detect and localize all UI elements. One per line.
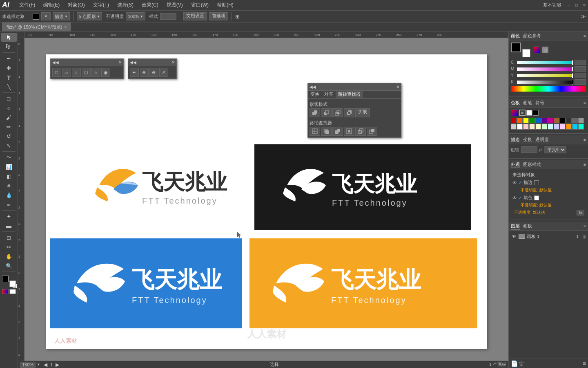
canvas-area[interactable]: 80 90 100 110 120 130 140 150 160 170 18… xyxy=(18,31,508,368)
crop-btn[interactable] xyxy=(344,127,354,136)
transparency-tab[interactable]: 透明度 xyxy=(535,137,549,143)
scale-tool[interactable]: ⤡ xyxy=(1,141,17,150)
rect-tool[interactable]: □ xyxy=(1,94,17,103)
stroke-swatch[interactable] xyxy=(33,13,39,20)
swatch-black[interactable] xyxy=(560,118,566,123)
menu-select[interactable]: 选择(S) xyxy=(116,1,135,9)
hand-tool[interactable]: ✋ xyxy=(1,252,17,261)
swatch-light-gray[interactable] xyxy=(578,118,584,123)
eyedropper-tool[interactable]: 💧 xyxy=(1,191,17,200)
minus-front-btn[interactable] xyxy=(321,108,332,117)
symbols-tab[interactable]: 符号 xyxy=(535,100,544,106)
transform-tab[interactable]: 变换 xyxy=(523,137,532,143)
pf-collapse[interactable]: ◀◀ xyxy=(310,85,316,89)
white-swatch[interactable] xyxy=(526,110,532,116)
appearance-tab[interactable]: 外观 xyxy=(511,162,520,168)
gradient-tool[interactable]: ◧ xyxy=(1,172,17,181)
k-slider-track[interactable] xyxy=(517,81,573,84)
layers-tab[interactable]: 图层 xyxy=(511,223,520,229)
pf-close[interactable]: ✕ xyxy=(396,85,399,89)
text-tool[interactable]: T xyxy=(1,73,17,82)
rotate-tool[interactable]: ↺ xyxy=(1,132,17,141)
graphic-styles-tab[interactable]: 图形样式 xyxy=(523,162,541,168)
ellipse-shape-btn[interactable]: ○ xyxy=(72,68,81,77)
add-point-btn[interactable]: ⊕ xyxy=(140,68,149,77)
swatch-white[interactable] xyxy=(517,124,523,130)
layer-1-name[interactable]: 画板 1 xyxy=(527,233,572,240)
bg-color-swatch[interactable] xyxy=(522,49,530,57)
opacity-value[interactable]: 100% ▼ xyxy=(126,12,145,20)
new-layer-icon[interactable]: 📄 xyxy=(511,360,518,367)
layer-options-icon[interactable]: ≡ xyxy=(583,360,586,367)
black-swatch[interactable] xyxy=(533,110,539,116)
swatch-brown[interactable] xyxy=(554,118,559,123)
blend-tool[interactable]: ∞ xyxy=(1,200,17,209)
swatch-mint[interactable] xyxy=(578,124,584,130)
nav-next-btn[interactable]: ▶ xyxy=(56,362,59,368)
slice-tool[interactable]: ✂ xyxy=(1,242,17,251)
fill-appear-label[interactable]: 填色 xyxy=(523,195,532,201)
brushes-tab[interactable]: 画笔 xyxy=(523,100,532,106)
stroke-tab[interactable]: 描边 xyxy=(511,137,520,143)
swatch-purple[interactable] xyxy=(541,118,547,123)
swatch-pale-pink[interactable] xyxy=(560,124,566,130)
swatch-amber[interactable] xyxy=(566,124,572,130)
selection-tool[interactable] xyxy=(1,33,17,42)
doc-settings-btn[interactable]: 文档设置 xyxy=(183,12,207,20)
nav-prev-btn[interactable]: ◀ xyxy=(44,362,47,368)
pen-panel-collapse[interactable]: ◀◀ xyxy=(130,60,136,65)
color-ref-tab[interactable]: 颜色参考 xyxy=(523,33,541,39)
swatch-dark-gray[interactable] xyxy=(566,118,572,123)
shapes-panel-header[interactable]: ◀◀ ✕ xyxy=(51,59,123,66)
stroke-weight-input[interactable] xyxy=(521,146,537,153)
pen-panel-close[interactable]: ✕ xyxy=(172,60,175,65)
trim-btn[interactable] xyxy=(321,127,332,136)
m-value-input[interactable]: 0 xyxy=(575,66,586,72)
c-value-input[interactable]: 0 xyxy=(575,60,586,65)
swatch-yellow[interactable] xyxy=(523,118,529,123)
swatch-pale-cyan[interactable] xyxy=(548,124,553,130)
menu-help[interactable]: 帮助(H) xyxy=(215,1,235,9)
warp-tool[interactable]: 〜 xyxy=(1,153,17,162)
stroke-appear-swatch[interactable] xyxy=(534,180,539,185)
shapes-panel-close[interactable]: ✕ xyxy=(118,60,122,65)
pf-tab-transform[interactable]: 变换 xyxy=(308,91,322,98)
c-slider-track[interactable] xyxy=(517,61,573,64)
delete-layer-icon[interactable]: 🗑 xyxy=(519,360,524,367)
swatch-pale-yellow[interactable] xyxy=(535,124,541,130)
none-icon[interactable]: ∅ xyxy=(542,47,548,53)
y-slider-track[interactable] xyxy=(517,74,573,77)
menu-object[interactable]: 对象(O) xyxy=(66,1,86,9)
none-btn[interactable] xyxy=(9,289,16,294)
swatch-red[interactable] xyxy=(511,118,517,123)
swatch-sky[interactable] xyxy=(572,124,578,130)
pen-tool-btn[interactable]: ✒ xyxy=(130,68,139,77)
add-anchor-tool[interactable]: ✚ xyxy=(1,63,17,72)
stroke-btn[interactable]: ▼ xyxy=(41,12,51,20)
pen-panel-header[interactable]: ◀◀ ✕ xyxy=(128,59,176,66)
gradient-swatch-icon[interactable] xyxy=(511,110,518,116)
pen-tool[interactable]: ✒ xyxy=(1,54,17,63)
polygon-btn[interactable]: ⬡ xyxy=(82,68,91,77)
menu-file[interactable]: 文件(F) xyxy=(18,1,37,9)
m-slider-track[interactable] xyxy=(517,67,573,71)
convert-point-btn[interactable]: ↗ xyxy=(159,68,168,77)
outline-btn[interactable] xyxy=(355,127,366,136)
zoom-value[interactable]: 150% xyxy=(20,362,36,368)
shapes-panel-collapse[interactable]: ◀◀ xyxy=(52,60,59,65)
artboard-container[interactable]: ◀◀ ✕ □ ▭ ○ ⬡ ☆ ◉ xyxy=(24,38,508,361)
color-tab[interactable]: 颜色 xyxy=(511,33,520,39)
layer-1-eye[interactable]: 👁 xyxy=(510,234,517,239)
swatches-tab[interactable]: 色板 xyxy=(511,100,520,106)
graph-tool[interactable]: 📊 xyxy=(1,162,17,171)
swatch-lighter-gray[interactable] xyxy=(511,124,517,130)
fill-visibility-icon[interactable]: 👁 xyxy=(512,195,517,200)
k-slider-thumb[interactable] xyxy=(572,80,573,85)
rect-shape-btn[interactable]: □ xyxy=(52,68,61,77)
symbol-tool[interactable]: ✦ xyxy=(1,212,17,221)
intersect-btn[interactable] xyxy=(332,108,343,117)
stroke-appear-label[interactable]: 描边 xyxy=(523,180,532,186)
ellipse-tool[interactable]: ○ xyxy=(1,103,17,112)
panel-toggle-btn[interactable]: ≫ xyxy=(581,14,586,19)
m-slider-thumb[interactable] xyxy=(572,67,573,72)
